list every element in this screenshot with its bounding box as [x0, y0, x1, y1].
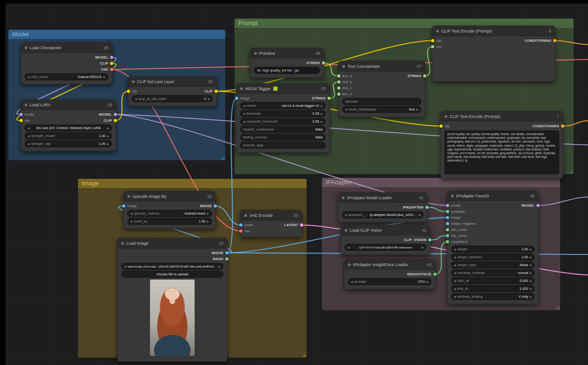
node-title-bar[interactable]: WD14 Tagger35	[236, 84, 329, 94]
decrement-arrow[interactable]	[243, 104, 245, 107]
decrement-arrow[interactable]	[130, 212, 132, 215]
collapse-dot[interactable]	[132, 80, 135, 83]
increment-arrow[interactable]	[320, 112, 323, 115]
prompt-text-area[interactable]: (worst quality, low quality, normal qual…	[444, 130, 559, 174]
output-port-CONDITIONING[interactable]	[553, 39, 556, 42]
decrement-arrow[interactable]	[351, 280, 353, 283]
node-clip-text-encode-7[interactable]: CLIP Text Encode (Prompt)7clipCONDITIONI…	[440, 111, 563, 179]
input-port-text_d[interactable]	[337, 92, 340, 96]
node-clip-text-encode-6[interactable]: CLIP Text Encode (Prompt)6clipCONDITIONI…	[432, 26, 555, 82]
input-port-model[interactable]	[20, 113, 23, 116]
increment-arrow[interactable]	[107, 135, 109, 137]
increment-arrow[interactable]	[421, 246, 424, 249]
node-title-bar[interactable]: Load Image20	[118, 238, 227, 248]
input-port-image[interactable]	[235, 97, 238, 100]
widget-character_threshold[interactable]: character_threshold0.85	[240, 118, 326, 125]
decrement-arrow[interactable]	[130, 220, 132, 223]
node-ipadapter-model-loader[interactable]: IPAdapter Model Loader41IPADAPTERipadapt…	[338, 192, 428, 222]
decrement-arrow[interactable]	[454, 287, 456, 290]
output-port-STRING[interactable]	[423, 74, 426, 78]
widget-value[interactable]: Jim Lee (DC Comics / Marvel) Style LoRA	[25, 124, 112, 131]
widget-replace_underscore[interactable]: replace_underscorefalse	[240, 126, 326, 133]
widget-weight_faceidv2[interactable]: weight_faceidv21.00	[451, 254, 535, 261]
output-port-CLIP[interactable]	[114, 119, 117, 122]
increment-arrow[interactable]	[103, 76, 105, 78]
node-title-bar[interactable]: Load LoRA33	[21, 100, 116, 110]
widget-start_at[interactable]: start_at0.000	[451, 277, 535, 284]
decrement-arrow[interactable]	[27, 76, 30, 78]
output-port-STRING[interactable]	[322, 61, 325, 65]
input-port-pixels[interactable]	[239, 223, 242, 227]
decrement-arrow[interactable]	[454, 280, 456, 282]
increment-arrow[interactable]	[208, 98, 210, 100]
output-port-IMAGE[interactable]	[214, 204, 217, 208]
input-port-insightface[interactable]	[446, 240, 449, 243]
increment-arrow[interactable]	[529, 264, 532, 267]
output-port-VAE[interactable]	[110, 68, 113, 71]
node-title-bar[interactable]: Load CLIP Vision42	[341, 225, 430, 235]
widget-provider[interactable]: providerCPU	[348, 278, 431, 285]
collapse-dot[interactable]	[25, 104, 27, 106]
node-title-bar[interactable]: CLIP Text Encode (Prompt)6	[432, 26, 555, 36]
upload-button[interactable]: choose file to upload	[121, 271, 223, 278]
increment-arrow[interactable]	[218, 265, 221, 268]
node-title-bar[interactable]: Load Checkpoint29	[21, 43, 112, 53]
output-port-STRING[interactable]	[327, 97, 331, 100]
node-title-bar[interactable]: Upscale Image By32	[124, 191, 216, 202]
widget-exclude_tags[interactable]: exclude_tags	[240, 142, 326, 149]
increment-arrow[interactable]	[107, 143, 109, 145]
widget-delimiter[interactable]: delimiter,	[342, 98, 421, 105]
input-port-clip[interactable]	[20, 119, 23, 122]
widget-upscale_method[interactable]: upscale_methodnearest-exact	[127, 210, 212, 217]
input-port-text_b[interactable]	[337, 80, 340, 84]
increment-arrow[interactable]	[207, 212, 209, 215]
widget-weight_type[interactable]: weight_typelinear	[451, 261, 535, 268]
collapse-dot[interactable]	[25, 46, 27, 49]
widget-threshold[interactable]: threshold0.35	[240, 110, 326, 117]
graph-canvas[interactable]: ModelPromptImageIPAdapterLoad Checkpoint…	[0, 0, 588, 365]
increment-arrow[interactable]	[426, 280, 429, 283]
increment-arrow[interactable]	[529, 272, 532, 274]
node-vae-encode[interactable]: VAE Encode30pixelsLATENTvae	[240, 210, 302, 237]
decrement-arrow[interactable]	[135, 98, 137, 100]
node-text-concatenate[interactable]: Text Concatenate37text_aSTRINGtext_btext…	[338, 61, 425, 117]
decrement-arrow[interactable]	[454, 295, 456, 298]
decrement-arrow[interactable]	[454, 256, 456, 259]
decrement-arrow[interactable]	[124, 265, 126, 268]
collapse-dot[interactable]	[254, 52, 257, 55]
decrement-arrow[interactable]	[454, 272, 456, 274]
group-title-image[interactable]: Image	[78, 179, 307, 188]
increment-arrow[interactable]	[416, 108, 418, 111]
node-title-bar[interactable]: CLIP Set Last Layer34	[128, 77, 216, 87]
input-port-clip[interactable]	[431, 39, 434, 42]
node-ipadapter-insightface-loader[interactable]: IPAdapter InsightFace Loader43INSIGHTFAC…	[344, 259, 436, 289]
decrement-arrow[interactable]	[243, 120, 245, 123]
group-title-ipadapter[interactable]: IPAdapter	[322, 178, 560, 187]
input-port-clip[interactable]	[439, 124, 443, 128]
group-resize-handle[interactable]	[569, 169, 573, 174]
input-port-clip[interactable]	[127, 90, 130, 93]
input-port-model[interactable]	[446, 204, 449, 207]
node-title-bar[interactable]: Primitive38	[250, 48, 324, 59]
widget-model[interactable]: modelwd-v1-4-moat-tagger-v2	[240, 102, 326, 109]
decrement-arrow[interactable]	[345, 108, 347, 111]
decrement-arrow[interactable]	[454, 264, 456, 267]
increment-arrow[interactable]	[529, 280, 532, 282]
widget-strength_clip[interactable]: strength_clip1.00	[25, 140, 112, 147]
widget-value[interactable]: https://image.cdn2.seaart.../2024-05-18/…	[121, 263, 223, 270]
output-port-MASK[interactable]	[225, 257, 229, 261]
widget-stop_at_clip_layer[interactable]: stop_at_clip_layer-2	[132, 95, 213, 102]
collapse-dot[interactable]	[244, 214, 247, 217]
node-title-bar[interactable]: CLIP Text Encode (Prompt)7	[441, 111, 563, 122]
collapse-dot[interactable]	[240, 87, 243, 90]
decrement-arrow[interactable]	[345, 214, 347, 216]
output-port-LATENT[interactable]	[300, 223, 303, 227]
collapse-dot[interactable]	[342, 65, 345, 68]
node-title-bar[interactable]: VAE Encode30	[241, 210, 302, 221]
node-primitive[interactable]: Primitive38STRING4k, high quality, jim l…	[250, 48, 324, 78]
input-port-text_c[interactable]	[337, 86, 340, 90]
output-port-CONDITIONING[interactable]	[561, 124, 564, 128]
collapse-dot[interactable]	[451, 195, 454, 197]
output-port-CLIP[interactable]	[110, 62, 113, 65]
widget-value[interactable]: CLIP-ViT-H-14-laion2B-s32B-b79K.safetens…	[345, 244, 426, 251]
